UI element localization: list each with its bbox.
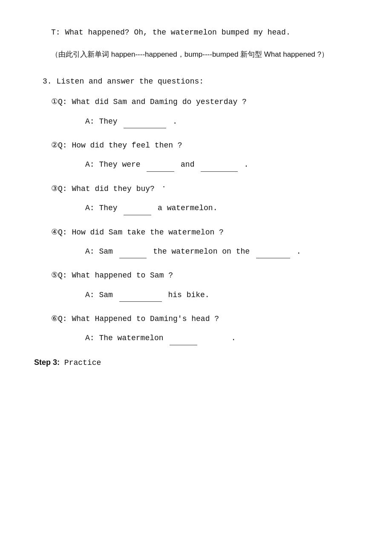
section3-label: 3. Listen and answer the questions: bbox=[34, 75, 362, 88]
q3-answer-suffix: a watermelon. bbox=[158, 204, 217, 212]
q5-answer: A: Sam his bike. bbox=[51, 288, 362, 302]
question-2: ②Q: How did they feel then ? A: They wer… bbox=[34, 139, 362, 172]
q4-blank-2 bbox=[256, 244, 290, 258]
question-3: ③Q: What did they buy? ▪ A: They a water… bbox=[34, 182, 362, 215]
teacher-line: T: What happened? Oh, the watermelon bum… bbox=[34, 26, 362, 39]
step3-section: Step 3: Practice bbox=[34, 356, 362, 370]
q5-question: ⑤Q: What happened to Sam ? bbox=[51, 269, 362, 282]
q3-question: ③Q: What did they buy? ▪ bbox=[51, 182, 362, 196]
q2-blank-2 bbox=[201, 157, 237, 171]
q3-id: ③Q: What did they buy? ▪ bbox=[51, 185, 165, 193]
q3-blank bbox=[124, 201, 151, 215]
q1-question: ①Q: What did Sam and Daming do yesterday… bbox=[51, 95, 362, 109]
q5-answer-suffix: his bike. bbox=[168, 291, 209, 299]
q4-answer-suffix: . bbox=[297, 247, 301, 256]
q6-answer-suffix: . bbox=[204, 334, 236, 342]
q4-question: ④Q: How did Sam take the watermelon ? bbox=[51, 225, 362, 239]
q6-id: ⑥Q: What Happened to Daming's head ? bbox=[51, 315, 219, 323]
q3-answer: A: They a watermelon. bbox=[51, 201, 362, 215]
step3-label: Step 3: bbox=[34, 358, 60, 367]
chinese-note-text: （由此引入新单词 happen----happened，bump----bump… bbox=[51, 50, 329, 58]
q2-answer-middle: and bbox=[181, 160, 199, 169]
q4-answer-middle: the watermelon on the bbox=[153, 247, 254, 256]
q4-id: ④Q: How did Sam take the watermelon ? bbox=[51, 228, 224, 237]
q2-question: ②Q: How did they feel then ? bbox=[51, 139, 362, 152]
q1-id: ①Q: What did Sam and Daming do yesterday… bbox=[51, 98, 247, 106]
q3-answer-prefix: A: They bbox=[85, 204, 122, 212]
q2-id: ②Q: How did they feel then ? bbox=[51, 141, 182, 150]
question-6: ⑥Q: What Happened to Daming's head ? A: … bbox=[34, 312, 362, 345]
q2-answer-suffix: . bbox=[244, 160, 249, 169]
step3-practice: Practice bbox=[64, 358, 101, 367]
q1-answer-suffix: . bbox=[173, 117, 177, 126]
section3-text: 3. Listen and answer the questions: bbox=[43, 77, 204, 86]
q2-answer: A: They were and . bbox=[51, 157, 362, 171]
q2-blank-1 bbox=[147, 157, 174, 171]
q6-question: ⑥Q: What Happened to Daming's head ? bbox=[51, 312, 362, 326]
q4-blank-1 bbox=[119, 244, 147, 258]
q1-answer: A: They . bbox=[51, 114, 362, 128]
q5-answer-prefix: A: Sam bbox=[85, 291, 118, 299]
question-4: ④Q: How did Sam take the watermelon ? A:… bbox=[34, 225, 362, 259]
question-1: ①Q: What did Sam and Daming do yesterday… bbox=[34, 95, 362, 128]
page-content: T: What happened? Oh, the watermelon bum… bbox=[34, 26, 362, 370]
q3-dot: ▪ bbox=[163, 185, 165, 189]
q4-answer: A: Sam the watermelon on the . bbox=[51, 244, 362, 258]
question-5: ⑤Q: What happened to Sam ? A: Sam his bi… bbox=[34, 269, 362, 302]
q5-id: ⑤Q: What happened to Sam ? bbox=[51, 271, 173, 280]
q2-answer-prefix: A: They were bbox=[85, 160, 145, 169]
q6-answer-prefix: A: The watermelon bbox=[85, 334, 168, 342]
q6-blank bbox=[170, 331, 197, 345]
chinese-note: （由此引入新单词 happen----happened，bump----bump… bbox=[34, 48, 362, 61]
q6-answer: A: The watermelon . bbox=[51, 331, 362, 345]
q1-answer-prefix: A: They bbox=[85, 117, 122, 126]
q5-blank bbox=[119, 288, 162, 302]
teacher-text: T: What happened? Oh, the watermelon bum… bbox=[51, 28, 291, 37]
q1-blank bbox=[124, 114, 166, 128]
q4-answer-prefix: A: Sam bbox=[85, 247, 118, 256]
